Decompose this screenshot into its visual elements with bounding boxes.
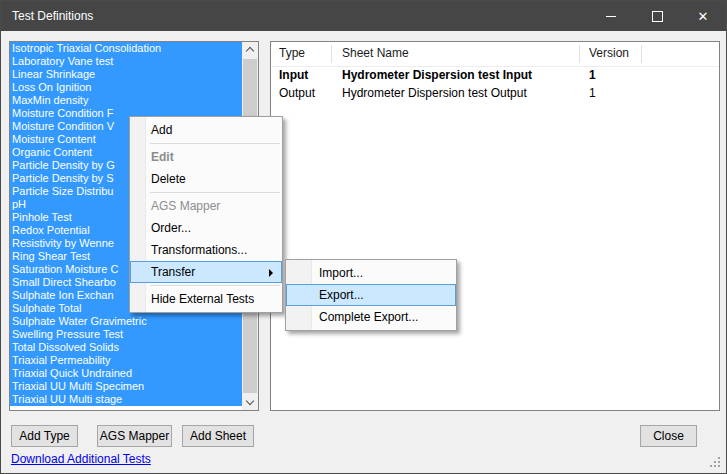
menu-item-label: Transformations... bbox=[151, 243, 247, 257]
menu-item[interactable]: AGS Mapper bbox=[130, 195, 282, 217]
context-menu: Add Edit Delete AG bbox=[129, 116, 283, 313]
add-sheet-button[interactable]: Add Sheet bbox=[182, 425, 254, 447]
close-window-button[interactable]: ✕ bbox=[680, 1, 726, 31]
scrollbar-down-icon bbox=[246, 397, 254, 405]
submenu-arrow-icon bbox=[269, 269, 273, 277]
list-item[interactable]: Swelling Pressure Test bbox=[10, 328, 242, 341]
minimize-button[interactable] bbox=[588, 1, 634, 31]
submenu-item[interactable]: Import... bbox=[286, 262, 456, 284]
column-header-version[interactable]: Version bbox=[589, 46, 629, 60]
scrollbar-up-icon bbox=[246, 47, 254, 55]
menu-item-label: Hide External Tests bbox=[151, 292, 254, 306]
sheet-table-header: Type Sheet Name Version bbox=[271, 42, 719, 67]
submenu-item-label: Complete Export... bbox=[319, 310, 418, 324]
menu-item[interactable]: Order... bbox=[130, 217, 282, 239]
list-item[interactable]: Triaxial Quick Undrained bbox=[10, 367, 242, 380]
maximize-button[interactable] bbox=[634, 1, 680, 31]
list-item[interactable]: Laboratory Vane test bbox=[10, 55, 242, 68]
titlebar[interactable]: Test Definitions ✕ bbox=[1, 1, 726, 31]
minimize-icon bbox=[606, 16, 616, 17]
menu-item[interactable]: Transfer bbox=[130, 261, 282, 283]
menu-item[interactable]: Edit bbox=[130, 146, 282, 168]
list-item[interactable]: Linear Shrinkage bbox=[10, 68, 242, 81]
download-additional-tests-link[interactable]: Download Additional Tests bbox=[11, 452, 151, 466]
sheet-table: Type Sheet Name Version Input Hydrometer… bbox=[270, 41, 720, 411]
submenu-item[interactable]: Export... bbox=[286, 284, 456, 306]
column-separator bbox=[579, 45, 580, 63]
menu-item-label: Order... bbox=[151, 221, 191, 235]
list-item[interactable]: Total Dissolved Solids bbox=[10, 341, 242, 354]
transfer-submenu: Import... Export... Complete Export... bbox=[285, 259, 457, 331]
cell-version: 1 bbox=[589, 68, 596, 82]
submenu-item-label: Import... bbox=[319, 266, 363, 280]
menu-item-label: Delete bbox=[151, 172, 186, 186]
menu-item[interactable]: Add bbox=[130, 119, 282, 141]
table-row[interactable]: Input Hydrometer Dispersion test Input 1 bbox=[271, 66, 719, 84]
menu-item[interactable]: Delete bbox=[130, 168, 282, 190]
submenu-item-label: Export... bbox=[319, 288, 364, 302]
test-definitions-dialog: Test Definitions ✕ Isotropic Triaxial Co… bbox=[0, 0, 727, 474]
list-item[interactable]: Sulphate Water Gravimetric bbox=[10, 315, 242, 328]
menu-item-label: AGS Mapper bbox=[151, 199, 220, 213]
cell-sheet-name: Hydrometer Dispersion test Input bbox=[342, 68, 532, 82]
list-item[interactable]: Loss On Ignition bbox=[10, 81, 242, 94]
ags-mapper-button[interactable]: AGS Mapper bbox=[97, 425, 172, 447]
table-row[interactable]: Output Hydrometer Dispersion test Output… bbox=[271, 84, 719, 102]
list-item[interactable]: Triaxial Permeability bbox=[10, 354, 242, 367]
column-header-type[interactable]: Type bbox=[279, 46, 305, 60]
menu-item-label: Add bbox=[151, 123, 172, 137]
close-icon: ✕ bbox=[698, 10, 709, 23]
list-item[interactable]: MaxMin density bbox=[10, 94, 242, 107]
cell-version: 1 bbox=[589, 86, 596, 100]
list-item[interactable]: Triaxial UU Multi Specimen bbox=[10, 380, 242, 393]
menu-item-label: Transfer bbox=[151, 265, 195, 279]
menu-item[interactable]: Hide External Tests bbox=[130, 288, 282, 310]
window-title: Test Definitions bbox=[12, 1, 93, 31]
scrollbar-down-button[interactable] bbox=[242, 394, 258, 410]
scrollbar-up-button[interactable] bbox=[242, 42, 258, 58]
menu-item-label: Edit bbox=[151, 150, 174, 164]
menu-item[interactable]: Transformations... bbox=[130, 239, 282, 261]
list-item[interactable]: Triaxial UU Multi stage bbox=[10, 393, 242, 406]
cell-type: Output bbox=[279, 86, 315, 100]
list-item[interactable]: Isotropic Triaxial Consolidation bbox=[10, 42, 242, 55]
cell-sheet-name: Hydrometer Dispersion test Output bbox=[342, 86, 527, 100]
close-button[interactable]: Close bbox=[640, 425, 697, 447]
column-separator bbox=[641, 45, 642, 63]
submenu-item[interactable]: Complete Export... bbox=[286, 306, 456, 328]
column-header-sheet-name[interactable]: Sheet Name bbox=[342, 46, 409, 60]
window-controls: ✕ bbox=[588, 1, 726, 31]
cell-type: Input bbox=[279, 68, 308, 82]
add-type-button[interactable]: Add Type bbox=[11, 425, 78, 447]
column-separator bbox=[331, 45, 332, 63]
maximize-icon bbox=[652, 11, 663, 22]
resize-grip-icon[interactable] bbox=[718, 465, 720, 467]
